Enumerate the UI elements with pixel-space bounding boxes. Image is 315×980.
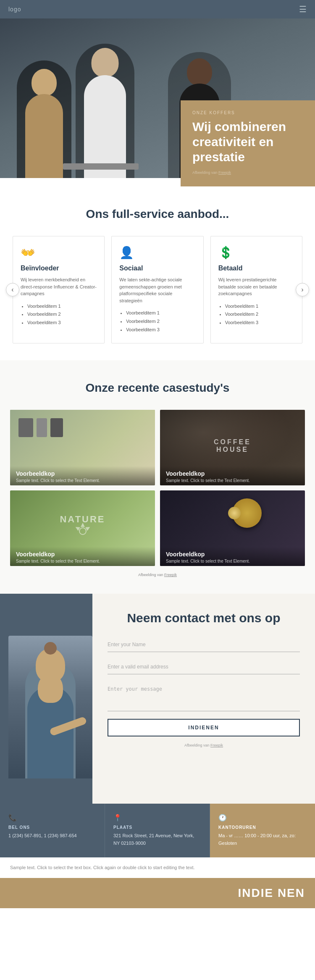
contact-form: INDIENEN bbox=[108, 637, 300, 736]
cases-section: Onze recente casestudy's Voorbeeldkop Sa… bbox=[0, 360, 315, 594]
service-name-0: Beïnvloeder bbox=[21, 265, 97, 272]
case-subtitle-1: Sample text. Click to select the Text El… bbox=[166, 478, 299, 483]
info-cell-2: 🕐 KANTOORUREN Ma - vr …… 10:00 - 20:00 u… bbox=[210, 804, 315, 857]
info-label-1: PLAATS bbox=[113, 825, 201, 830]
service-desc-1: We laten sekte-achtige sociale gemeensch… bbox=[119, 276, 195, 304]
carousel-left-button[interactable]: ‹ bbox=[6, 283, 19, 296]
person-silhouette-2 bbox=[76, 44, 134, 178]
case-title-0: Voorbeeldkop bbox=[16, 470, 149, 477]
contact-title: Neem contact met ons op bbox=[108, 611, 300, 626]
hamburger-menu-icon[interactable]: ☰ bbox=[299, 4, 307, 14]
list-item: Voorbeelditem 2 bbox=[27, 310, 97, 319]
cases-credit: Afbeelding van Freepik bbox=[10, 573, 305, 577]
service-icon-1: 👤 bbox=[119, 246, 195, 259]
hero-title: Wij combineren creativiteit en prestatie bbox=[192, 119, 303, 165]
service-desc-2: Wij leveren prestatiegerichte betaalde s… bbox=[218, 276, 294, 297]
contact-inner: Neem contact met ons op INDIENEN Afbeeld… bbox=[0, 594, 315, 804]
location-icon: 📍 bbox=[113, 814, 201, 822]
service-icon-2: 💲 bbox=[218, 246, 294, 259]
contact-name-input[interactable] bbox=[108, 637, 300, 652]
case-title-3: Voorbeeldkop bbox=[166, 551, 299, 558]
service-list-2: Voorbeelditem 1 Voorbeelditem 2 Voorbeel… bbox=[218, 302, 294, 327]
contact-credit-link[interactable]: Freepik bbox=[210, 743, 223, 747]
case-title-2: Voorbeeldkop bbox=[16, 551, 149, 558]
list-item: Voorbeelditem 3 bbox=[126, 326, 195, 334]
services-grid: 👐 Beïnvloeder Wij leveren merkbekendheid… bbox=[13, 236, 302, 343]
service-card-0: 👐 Beïnvloeder Wij leveren merkbekendheid… bbox=[13, 236, 105, 343]
info-value-0: 1 (234) 567-891, 1 (234) 987-654 bbox=[8, 832, 96, 840]
info-bar: 📞 BEL ONS 1 (234) 567-891, 1 (234) 987-6… bbox=[0, 804, 315, 857]
case-subtitle-0: Sample text. Click to select the Text El… bbox=[16, 478, 149, 483]
footer-sample-text: Sample text. Click to select the text bo… bbox=[0, 857, 315, 878]
case-card-0[interactable]: Voorbeeldkop Sample text. Click to selec… bbox=[10, 410, 155, 485]
case-overlay-0: Voorbeeldkop Sample text. Click to selec… bbox=[10, 466, 155, 485]
info-value-2: Ma - vr …… 10:00 - 20:00 uur, za, zo: Ge… bbox=[218, 832, 307, 847]
case-overlay-3: Voorbeeldkop Sample text. Click to selec… bbox=[160, 547, 305, 566]
info-label-0: BEL ONS bbox=[8, 825, 96, 830]
cases-title: Onze recente casestudy's bbox=[10, 381, 305, 395]
list-item: Voorbeelditem 3 bbox=[27, 319, 97, 327]
clock-icon: 🕐 bbox=[218, 814, 307, 822]
phone-icon: 📞 bbox=[8, 814, 96, 822]
hero-credit-link[interactable]: Freepik bbox=[218, 170, 231, 175]
logo: logo bbox=[8, 6, 21, 13]
list-item: Voorbeelditem 2 bbox=[126, 317, 195, 326]
indie-section: INDIE NEN bbox=[0, 878, 315, 908]
svg-point-0 bbox=[79, 528, 86, 535]
contact-right: Neem contact met ons op INDIENEN Afbeeld… bbox=[92, 594, 315, 804]
services-title: Ons full-service aanbod... bbox=[13, 207, 302, 221]
case-overlay-1: Voorbeeldkop Sample text. Click to selec… bbox=[160, 466, 305, 485]
service-list-1: Voorbeelditem 1 Voorbeelditem 2 Voorbeel… bbox=[119, 309, 195, 334]
submit-button[interactable]: INDIENEN bbox=[108, 719, 300, 736]
case-card-3[interactable]: Voorbeeldkop Sample text. Click to selec… bbox=[160, 490, 305, 566]
cases-grid: Voorbeeldkop Sample text. Click to selec… bbox=[10, 410, 305, 566]
hero-overlay: ONZE KOFFERS Wij combineren creativiteit… bbox=[181, 100, 315, 186]
table-element bbox=[63, 163, 139, 170]
contact-credit: Afbeelding van Freepik bbox=[108, 743, 300, 747]
service-icon-0: 👐 bbox=[21, 246, 97, 259]
case-subtitle-2: Sample text. Click to select the Text El… bbox=[16, 559, 149, 563]
info-label-2: KANTOORUREN bbox=[218, 825, 307, 830]
contact-message-input[interactable] bbox=[108, 682, 300, 711]
list-item: Voorbeelditem 3 bbox=[225, 319, 294, 327]
header: logo ☰ bbox=[0, 0, 315, 18]
contact-section: Neem contact met ons op INDIENEN Afbeeld… bbox=[0, 594, 315, 857]
info-cell-1: 📍 PLAATS 321 Rock Street, 21 Avenue, New… bbox=[105, 804, 210, 857]
list-item: Voorbeelditem 1 bbox=[126, 309, 195, 317]
case-card-2[interactable]: NATURE Voorbeeldkop Sample text. Click t… bbox=[10, 490, 155, 566]
case-title-1: Voorbeeldkop bbox=[166, 470, 299, 477]
services-section: Ons full-service aanbod... ‹ 👐 Beïnvloed… bbox=[0, 186, 315, 360]
person-silhouette-1 bbox=[17, 60, 71, 178]
recycle-icon bbox=[72, 521, 93, 542]
list-item: Voorbeelditem 2 bbox=[225, 310, 294, 319]
service-name-2: Betaald bbox=[218, 265, 294, 272]
case-subtitle-3: Sample text. Click to select the Text El… bbox=[166, 559, 299, 563]
service-desc-0: Wij leveren merkbekendheid en direct-res… bbox=[21, 276, 97, 297]
contact-left bbox=[0, 594, 92, 804]
hero-section: ONZE KOFFERS Wij combineren creativiteit… bbox=[0, 18, 315, 186]
cases-credit-link[interactable]: Freepik bbox=[164, 573, 177, 577]
contact-person-image bbox=[8, 636, 92, 778]
info-cell-0: 📞 BEL ONS 1 (234) 567-891, 1 (234) 987-6… bbox=[0, 804, 105, 857]
hero-credit: Afbeelding van Freepik bbox=[192, 170, 303, 175]
service-card-2: 💲 Betaald Wij leveren prestatiegerichte … bbox=[210, 236, 302, 343]
service-name-1: Sociaal bbox=[119, 265, 195, 272]
hero-label: ONZE KOFFERS bbox=[192, 110, 303, 115]
case-overlay-2: Voorbeeldkop Sample text. Click to selec… bbox=[10, 547, 155, 566]
case-card-1[interactable]: COFFEE HOUSE Voorbeeldkop Sample text. C… bbox=[160, 410, 305, 485]
info-value-1: 321 Rock Street, 21 Avenue, New York, NY… bbox=[113, 832, 201, 847]
service-list-0: Voorbeelditem 1 Voorbeelditem 2 Voorbeel… bbox=[21, 302, 97, 327]
list-item: Voorbeelditem 1 bbox=[225, 302, 294, 311]
carousel-right-button[interactable]: › bbox=[296, 283, 309, 296]
service-card-1: 👤 Sociaal We laten sekte-achtige sociale… bbox=[111, 236, 203, 343]
indie-text: INDIE NEN bbox=[238, 886, 305, 900]
list-item: Voorbeelditem 1 bbox=[27, 302, 97, 311]
services-carousel: ‹ 👐 Beïnvloeder Wij leveren merkbekendhe… bbox=[13, 236, 302, 343]
contact-email-input[interactable] bbox=[108, 660, 300, 674]
